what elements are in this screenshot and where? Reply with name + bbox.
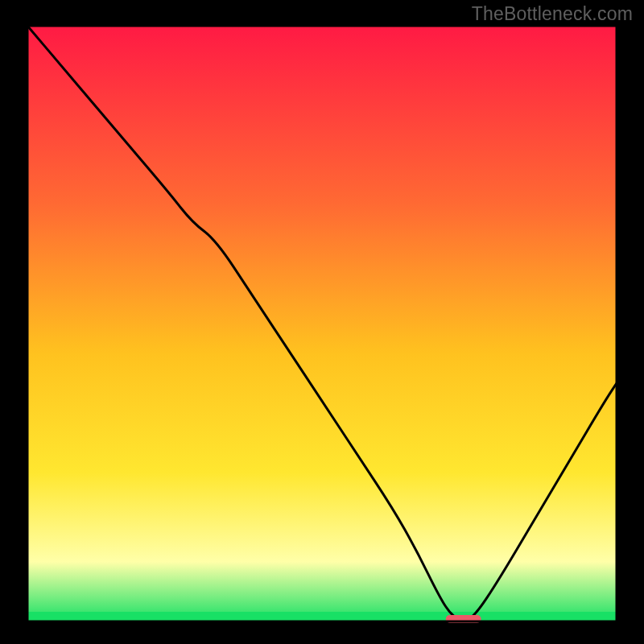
watermark-text: TheBottleneck.com (472, 3, 633, 25)
bottleneck-chart (0, 0, 644, 644)
chart-frame: TheBottleneck.com (0, 0, 644, 644)
green-band (27, 612, 617, 621)
